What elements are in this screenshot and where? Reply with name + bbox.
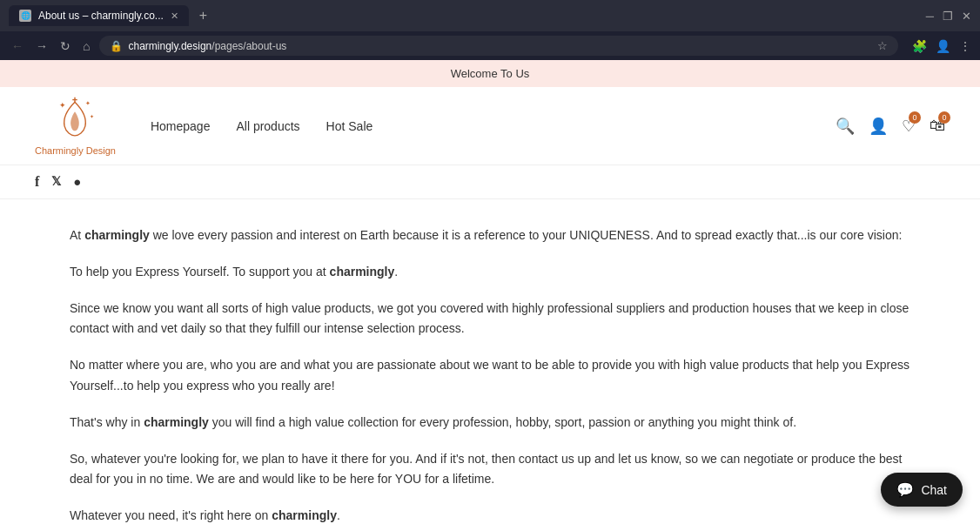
logo-area[interactable]: ✦ ✦ ✦ Charmingly Design xyxy=(35,96,116,156)
back-button[interactable]: ← xyxy=(9,37,26,56)
cart-icon[interactable]: 🛍 0 xyxy=(930,117,945,135)
header-icons: 🔍 👤 ♡ 0 🛍 0 xyxy=(836,117,945,136)
paragraph-3: Since we know you want all sorts of high… xyxy=(70,299,910,340)
chat-icon: 💬 xyxy=(896,481,914,498)
window-controls: ─ ❐ ✕ xyxy=(926,10,971,23)
paragraph-6: So, whatever you're looking for, we plan… xyxy=(70,449,910,491)
refresh-button[interactable]: ↻ xyxy=(57,37,73,56)
social-bar: f 𝕏 ● xyxy=(0,165,980,199)
site-header: ✦ ✦ ✦ Charmingly Design Homepage All pro… xyxy=(0,87,980,165)
new-tab-button[interactable]: + xyxy=(194,8,212,24)
address-bar[interactable]: 🔒 charmingly.design/pages/about-us ☆ xyxy=(99,36,898,56)
tab-favicon: 🌐 xyxy=(19,10,31,22)
wishlist-badge: 0 xyxy=(909,111,921,124)
main-content: At charmingly we love every passion and … xyxy=(0,199,980,524)
facebook-icon[interactable]: f xyxy=(35,174,39,190)
browser-chrome: 🌐 About us – charmingly.co... ✕ + ─ ❐ ✕ … xyxy=(0,0,980,60)
restore-button[interactable]: ❐ xyxy=(943,10,953,23)
menu-button[interactable]: ⋮ xyxy=(959,39,971,53)
paragraph-5: That's why in charmingly you will find a… xyxy=(70,413,910,433)
paragraph-4: No matter where you are, who you are and… xyxy=(70,355,910,397)
welcome-bar: Welcome To Us xyxy=(0,60,980,87)
svg-text:✦: ✦ xyxy=(85,99,91,107)
wishlist-icon[interactable]: ♡ 0 xyxy=(902,117,916,136)
svg-text:✦: ✦ xyxy=(59,101,66,110)
tab-close-button[interactable]: ✕ xyxy=(171,10,178,22)
close-button[interactable]: ✕ xyxy=(962,10,971,23)
twitter-x-icon[interactable]: 𝕏 xyxy=(51,174,61,190)
url-display: charmingly.design/pages/about-us xyxy=(128,40,286,52)
address-bar-icons: ☆ xyxy=(877,39,888,52)
paragraph-1: At charmingly we love every passion and … xyxy=(70,225,910,246)
cart-badge: 0 xyxy=(938,111,950,124)
logo-svg: ✦ ✦ ✦ xyxy=(53,96,97,144)
paragraph-2: To help you Express Yourself. To support… xyxy=(70,262,910,283)
paragraph-7: Whatever you need, it's right here on ch… xyxy=(70,506,910,524)
browser-extra-icons: 🧩 👤 ⋮ xyxy=(905,39,971,53)
url-domain: charmingly.design xyxy=(128,40,211,52)
nav-all-products[interactable]: All products xyxy=(236,119,299,133)
search-icon[interactable]: 🔍 xyxy=(836,117,855,136)
browser-tab-active[interactable]: 🌐 About us – charmingly.co... ✕ xyxy=(9,5,189,26)
website: Welcome To Us ✦ ✦ ✦ Charmingly Design Ho… xyxy=(0,60,980,524)
secure-icon: 🔒 xyxy=(110,40,123,52)
svg-text:✦: ✦ xyxy=(91,114,95,119)
chat-label: Chat xyxy=(921,483,947,497)
account-icon[interactable]: 👤 xyxy=(869,117,888,136)
extensions-button[interactable]: 🧩 xyxy=(912,39,927,53)
forward-button[interactable]: → xyxy=(33,37,50,56)
home-button[interactable]: ⌂ xyxy=(80,37,92,56)
nav-homepage[interactable]: Homepage xyxy=(151,119,211,133)
main-nav: Homepage All products Hot Sale xyxy=(151,119,836,133)
nav-hot-sale[interactable]: Hot Sale xyxy=(326,119,373,133)
browser-title-bar: 🌐 About us – charmingly.co... ✕ + ─ ❐ ✕ xyxy=(0,0,980,31)
logo-text: Charmingly Design xyxy=(35,145,116,156)
chat-widget[interactable]: 💬 Chat xyxy=(881,473,963,507)
profile-button[interactable]: 👤 xyxy=(936,39,950,53)
welcome-text: Welcome To Us xyxy=(451,67,530,80)
minimize-button[interactable]: ─ xyxy=(926,10,934,23)
tab-label: About us – charmingly.co... xyxy=(38,10,164,22)
browser-nav-bar: ← → ↻ ⌂ 🔒 charmingly.design/pages/about-… xyxy=(0,31,980,60)
url-path: /pages/about-us xyxy=(211,40,286,52)
bookmark-icon[interactable]: ☆ xyxy=(877,39,888,52)
instagram-icon[interactable]: ● xyxy=(73,174,81,190)
